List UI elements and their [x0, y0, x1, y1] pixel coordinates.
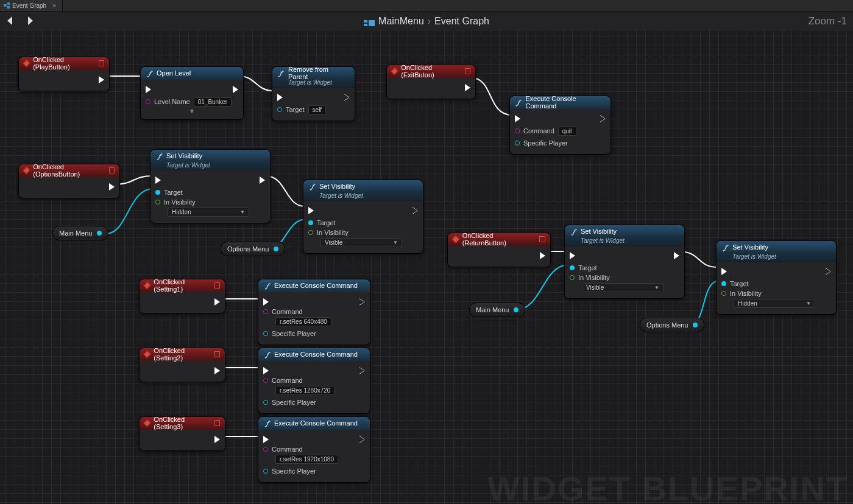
graph-icon	[4, 2, 10, 9]
string-pin[interactable]	[263, 378, 268, 383]
nav-forward-icon[interactable]	[24, 15, 35, 28]
breadcrumb-root[interactable]: MainMenu	[378, 16, 424, 27]
object-pin[interactable]	[263, 331, 268, 336]
event-icon	[451, 235, 460, 243]
node-exec-res2[interactable]: 𝑓Execute Console Command Command r.setRe…	[258, 348, 370, 414]
node-remove-from-parent[interactable]: 𝑓Remove from Parent Target is Widget Tar…	[272, 66, 355, 121]
exec-out-pin[interactable]	[344, 94, 350, 101]
level-name-input[interactable]: 01_Bunker	[194, 97, 232, 107]
watermark: WIDGET BLUEPRINT	[487, 469, 848, 504]
command-input[interactable]: quit	[558, 127, 576, 136]
exec-out-pin[interactable]	[359, 298, 365, 306]
object-pin[interactable]	[263, 400, 268, 405]
node-onclicked-options[interactable]: OnClicked (OptionsButton)	[18, 164, 120, 198]
node-onclicked-setting2[interactable]: OnClicked (Setting2)	[139, 348, 225, 382]
exec-out-pin[interactable]	[540, 252, 545, 259]
exec-out-pin[interactable]	[214, 298, 220, 306]
target-pin[interactable]	[721, 281, 726, 286]
chevron-down-icon[interactable]: ▼	[146, 108, 238, 114]
string-pin[interactable]	[263, 447, 268, 452]
node-onclicked-play[interactable]: OnClicked (PlayButton)	[18, 57, 110, 91]
exec-out-pin[interactable]	[214, 436, 220, 443]
exec-out-pin[interactable]	[674, 252, 679, 259]
widget-icon	[364, 18, 375, 25]
name-pin[interactable]	[146, 99, 150, 104]
visibility-dropdown[interactable]: Visible▼	[320, 238, 402, 247]
exec-in-pin[interactable]	[263, 436, 269, 443]
object-out-pin[interactable]	[97, 231, 102, 236]
exec-in-pin[interactable]	[277, 94, 283, 101]
exec-out-pin[interactable]	[359, 367, 365, 374]
delegate-icon	[214, 351, 220, 357]
node-onclicked-exit[interactable]: OnClicked (ExitButon)	[386, 65, 476, 99]
exec-out-pin[interactable]	[412, 207, 418, 214]
delegate-icon	[539, 236, 545, 242]
enum-pin[interactable]	[721, 291, 726, 296]
object-out-pin[interactable]	[274, 247, 278, 251]
exec-out-pin[interactable]	[465, 84, 470, 91]
exec-in-pin[interactable]	[515, 115, 520, 122]
target-pin[interactable]	[308, 220, 313, 225]
enum-pin[interactable]	[570, 275, 575, 280]
exec-out-pin[interactable]	[214, 367, 220, 374]
nav-back-icon[interactable]	[5, 15, 16, 28]
close-icon[interactable]: ×	[52, 2, 56, 9]
string-pin[interactable]	[515, 128, 520, 133]
object-pin[interactable]	[263, 469, 268, 474]
graph-canvas[interactable]: OnClicked (PlayButton) 𝑓Open Level Level…	[0, 31, 853, 504]
function-icon: 𝑓	[263, 419, 271, 427]
node-exec-res1[interactable]: 𝑓Execute Console Command Command r.setRe…	[258, 279, 370, 345]
delegate-icon	[214, 420, 220, 426]
var-main-menu[interactable]: Main Menu	[52, 226, 108, 240]
node-exec-quit[interactable]: 𝑓Execute Console Command Commandquit Spe…	[509, 96, 611, 155]
exec-out-pin[interactable]	[233, 86, 238, 93]
target-pin[interactable]	[277, 107, 282, 112]
visibility-dropdown[interactable]: Hidden▼	[168, 208, 249, 217]
exec-in-pin[interactable]	[263, 298, 269, 306]
node-setvis-show-mainmenu[interactable]: 𝑓Set Visibility Target is Widget Target …	[564, 225, 685, 299]
command-input[interactable]: r.setRes 640x480	[275, 317, 331, 326]
function-icon: 𝑓	[308, 183, 316, 190]
node-setvis-hide-options[interactable]: 𝑓Set Visibility Target is Widget Target …	[716, 240, 837, 315]
node-open-level[interactable]: 𝑓Open Level Level Name01_Bunker ▼	[140, 66, 244, 120]
exec-in-pin[interactable]	[721, 268, 727, 275]
function-icon: 𝑓	[721, 243, 729, 251]
node-exec-res3[interactable]: 𝑓Execute Console Command Command r.setRe…	[258, 416, 370, 483]
target-pin[interactable]	[155, 190, 160, 195]
visibility-dropdown[interactable]: Hidden▼	[734, 299, 815, 308]
node-setvis-hide-mainmenu[interactable]: 𝑓Set Visibility Target is Widget Target …	[150, 149, 271, 223]
visibility-dropdown[interactable]: Visible▼	[582, 283, 664, 292]
object-out-pin[interactable]	[514, 307, 519, 312]
var-main-menu-2[interactable]: Main Menu	[469, 303, 525, 317]
node-onclicked-return[interactable]: OnClicked (ReturnButton)	[447, 233, 551, 267]
exec-in-pin[interactable]	[263, 367, 269, 374]
var-options-menu[interactable]: Options Menu	[221, 242, 285, 256]
var-options-menu-2[interactable]: Options Menu	[640, 318, 704, 332]
node-onclicked-setting3[interactable]: OnClicked (Setting3)	[139, 416, 225, 451]
svg-rect-5	[369, 20, 375, 26]
svg-rect-4	[364, 24, 367, 26]
exec-out-pin[interactable]	[260, 177, 265, 184]
exec-out-pin[interactable]	[826, 268, 831, 275]
command-input[interactable]: r.setRes 1920x1080	[275, 455, 338, 464]
exec-out-pin[interactable]	[600, 115, 606, 122]
exec-out-pin[interactable]	[359, 436, 365, 443]
exec-in-pin[interactable]	[155, 177, 161, 184]
object-pin[interactable]	[515, 141, 520, 145]
exec-in-pin[interactable]	[308, 207, 314, 214]
exec-out-pin[interactable]	[99, 76, 104, 83]
object-out-pin[interactable]	[693, 323, 698, 327]
node-setvis-show-options[interactable]: 𝑓Set Visibility Target is Widget Target …	[303, 180, 423, 254]
event-icon	[143, 419, 152, 427]
enum-pin[interactable]	[155, 200, 160, 205]
exec-out-pin[interactable]	[109, 183, 115, 191]
target-pin[interactable]	[570, 265, 575, 270]
node-onclicked-setting1[interactable]: OnClicked (Setting1)	[139, 279, 225, 313]
breadcrumb-leaf[interactable]: Event Graph	[434, 16, 489, 27]
command-input[interactable]: r.setRes 1280x720	[275, 386, 334, 395]
exec-in-pin[interactable]	[146, 86, 151, 93]
tab-event-graph[interactable]: Event Graph ×	[0, 0, 63, 11]
string-pin[interactable]	[263, 309, 268, 314]
exec-in-pin[interactable]	[570, 252, 575, 259]
enum-pin[interactable]	[308, 230, 313, 235]
